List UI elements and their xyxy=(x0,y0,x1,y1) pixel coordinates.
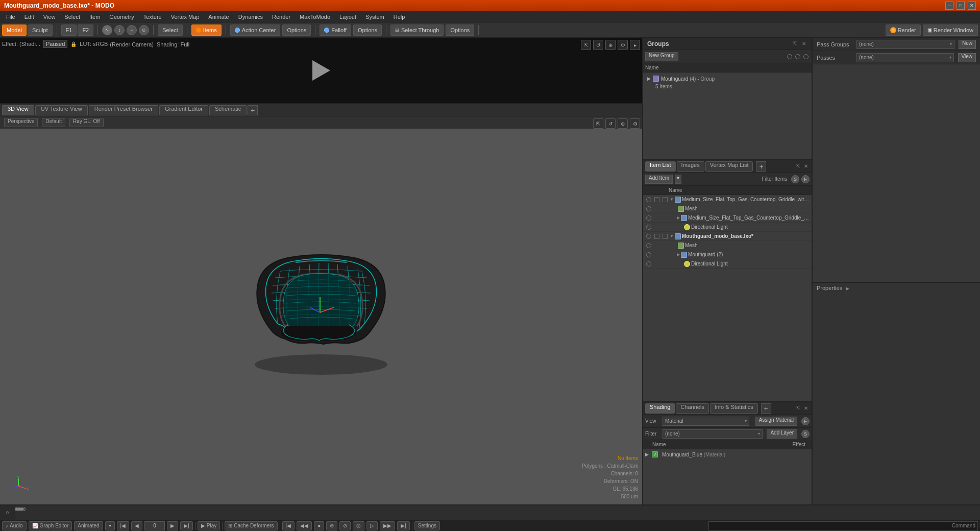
transform-btn-3[interactable]: ↔ xyxy=(127,25,137,35)
tab-channels[interactable]: Channels xyxy=(676,403,708,414)
item-row-3[interactable]: Directional Light xyxy=(643,223,812,232)
sculpt-btn[interactable]: Sculpt xyxy=(28,25,53,36)
next-frame-btn[interactable]: ▶| xyxy=(180,521,193,530)
shading-s-btn[interactable]: S xyxy=(801,430,810,438)
pass-groups-new-btn[interactable]: New xyxy=(959,40,976,49)
item-vis-6[interactable] xyxy=(645,251,652,258)
tab-3d-view[interactable]: 3D View xyxy=(2,105,34,115)
options-btn-1[interactable]: Options xyxy=(282,25,311,36)
assign-material-btn[interactable]: Assign Material xyxy=(755,417,797,426)
item-row-0[interactable]: ▼ Medium_Size_Flat_Top_Gas_Countertop_Gr… xyxy=(643,195,812,204)
anim-btn-5[interactable]: ⊘ xyxy=(339,521,351,530)
tab-item-list[interactable]: Item List xyxy=(645,161,676,172)
items-panel-expand[interactable]: ⇱ xyxy=(794,163,801,170)
menu-render[interactable]: Render xyxy=(268,13,295,21)
preview-settings-icon[interactable]: ⚙ xyxy=(618,40,628,50)
menu-system[interactable]: System xyxy=(361,13,388,21)
item-row-6[interactable]: ▶ Mouthguard (2) xyxy=(643,250,812,259)
audio-btn[interactable]: ♪ Audio xyxy=(2,521,27,530)
shading-f-btn[interactable]: F xyxy=(801,417,810,425)
vp-settings-icon[interactable]: ⚙ xyxy=(630,118,640,129)
timeline-ruler[interactable]: 0 112 224 336 448 560 672 784 896 1008 1… xyxy=(15,505,980,520)
play-pause-btn[interactable]: ▶ xyxy=(167,521,178,530)
menu-maxtomodo[interactable]: MaxToModo xyxy=(296,13,334,21)
anim-btn-6[interactable]: ◎ xyxy=(353,521,364,530)
menu-file[interactable]: File xyxy=(2,13,19,21)
add-item-btn[interactable]: Add Item xyxy=(645,175,673,184)
item-vis-5[interactable] xyxy=(645,242,652,249)
tab-images[interactable]: Images xyxy=(677,161,704,172)
falloff-btn[interactable]: Falloff xyxy=(320,25,351,36)
items-f-btn[interactable]: F xyxy=(801,175,810,183)
options-btn-2[interactable]: Options xyxy=(353,25,382,36)
items-s-btn[interactable]: S xyxy=(791,175,799,183)
preview-zoom-icon[interactable]: ⊕ xyxy=(605,40,616,50)
f2-btn[interactable]: F2 xyxy=(78,25,93,36)
default-btn[interactable]: Default xyxy=(42,118,65,127)
menu-item[interactable]: Item xyxy=(85,13,104,21)
play-btn[interactable]: ▶ Play xyxy=(198,521,220,530)
menu-edit[interactable]: Edit xyxy=(20,13,38,21)
tab-info-stats[interactable]: Info & Statistics xyxy=(710,403,758,414)
passes-view-btn[interactable]: View xyxy=(958,53,976,62)
item-vis-4[interactable] xyxy=(645,233,652,240)
anim-btn-4[interactable]: ⊕ xyxy=(326,521,337,530)
model-btn[interactable]: Model xyxy=(2,25,27,36)
shading-panel-expand[interactable]: ⇱ xyxy=(794,405,801,412)
vp-rotate-icon[interactable]: ↺ xyxy=(605,118,616,129)
lock-icon[interactable]: 🔒 xyxy=(70,41,77,47)
f1-btn[interactable]: F1 xyxy=(61,25,77,36)
settings-btn[interactable]: Settings xyxy=(414,521,440,530)
transform-btn-2[interactable]: ↕ xyxy=(114,25,125,35)
shading-filter-dropdown[interactable]: (none) ▾ xyxy=(663,429,763,439)
groups-close-icon[interactable]: ✕ xyxy=(800,40,807,47)
graph-editor-btn[interactable]: 📈 Graph Editor xyxy=(29,521,72,530)
items-panel-close[interactable]: ✕ xyxy=(802,163,810,170)
select-btn[interactable]: Select xyxy=(158,25,183,36)
item-vis-1[interactable] xyxy=(645,205,652,212)
preview-more-icon[interactable]: ▸ xyxy=(630,40,640,50)
tab-uv-texture[interactable]: UV Texture View xyxy=(35,105,88,115)
raygl-btn[interactable]: Ray GL: Off xyxy=(69,118,104,127)
anim-btn-2[interactable]: ◀◀ xyxy=(297,521,312,530)
transform-btn-1[interactable]: ↖ xyxy=(102,25,112,35)
add-item-dropdown[interactable]: ▾ xyxy=(675,175,681,184)
menu-vertex-map[interactable]: Vertex Map xyxy=(167,13,204,21)
menu-animate[interactable]: Animate xyxy=(204,13,233,21)
minimize-button[interactable]: ─ xyxy=(945,2,953,10)
menu-geometry[interactable]: Geometry xyxy=(105,13,138,21)
anim-btn-8[interactable]: ▶▶ xyxy=(380,521,395,530)
play-button[interactable] xyxy=(308,58,334,83)
tab-gradient-editor[interactable]: Gradient Editor xyxy=(159,105,208,115)
groups-vis-2[interactable] xyxy=(795,54,800,59)
perspective-btn[interactable]: Perspective xyxy=(4,118,38,127)
menu-select[interactable]: Select xyxy=(60,13,84,21)
animated-dropdown[interactable]: ▾ xyxy=(105,521,115,530)
shading-view-dropdown[interactable]: Material ▾ xyxy=(663,417,749,426)
action-center-btn[interactable]: Action Center xyxy=(230,25,281,36)
tab-render-preset[interactable]: Render Preset Browser xyxy=(89,105,158,115)
menu-texture[interactable]: Texture xyxy=(139,13,166,21)
anim-btn-1[interactable]: |◀ xyxy=(282,521,295,530)
anim-btn-3[interactable]: ● xyxy=(314,521,324,530)
item-vis-3[interactable] xyxy=(645,224,652,231)
passes-dropdown[interactable]: (none) ▾ xyxy=(856,53,954,62)
groups-vis-3[interactable] xyxy=(803,54,808,59)
anim-btn-7[interactable]: ▷ xyxy=(366,521,378,530)
tab-add-btn[interactable]: + xyxy=(248,105,258,115)
item-row-4[interactable]: ▼ Mouthguard_modo_base.lxo* xyxy=(643,232,812,241)
shading-panel-close[interactable]: ✕ xyxy=(802,405,810,412)
tab-shading[interactable]: Shading xyxy=(645,403,675,414)
item-row-7[interactable]: Directional Light xyxy=(643,259,812,269)
items-tab-add[interactable]: + xyxy=(756,161,766,172)
groups-vis-1[interactable] xyxy=(787,54,792,59)
shading-tab-add[interactable]: + xyxy=(761,403,771,414)
preview-refresh-icon[interactable]: ↺ xyxy=(593,40,603,50)
mouthguard-group-row[interactable]: ▶ Mouthguard (4) - Group xyxy=(645,75,810,83)
maximize-button[interactable]: □ xyxy=(957,2,965,10)
item-lock-4[interactable] xyxy=(654,234,659,239)
select-through-btn[interactable]: ⊞ Select Through xyxy=(390,25,444,36)
material-check-0[interactable]: ✓ xyxy=(652,451,658,457)
tab-vertex-map-list[interactable]: Vertex Map List xyxy=(705,161,753,172)
item-render-0[interactable] xyxy=(663,197,668,202)
